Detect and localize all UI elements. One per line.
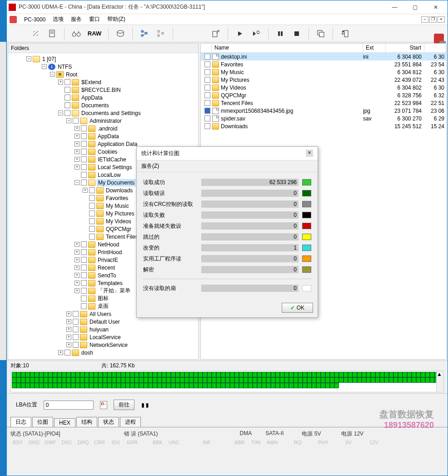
pause-icon[interactable] xyxy=(274,27,287,40)
tree-expander[interactable]: + xyxy=(75,250,80,255)
tree-checkbox[interactable] xyxy=(73,342,79,348)
tree-node[interactable]: +LocalService xyxy=(8,333,198,341)
tree-node[interactable]: −iNTFS xyxy=(8,63,198,70)
list-row[interactable]: Favorites23 551 86423 54 xyxy=(201,60,446,68)
tree-checkbox[interactable] xyxy=(73,311,79,317)
tree-checkbox[interactable] xyxy=(81,172,87,178)
dialog-close-icon[interactable]: × xyxy=(306,150,313,157)
tree-expander[interactable]: + xyxy=(66,319,71,324)
tree-checkbox[interactable] xyxy=(65,95,70,100)
row-checkbox[interactable] xyxy=(204,69,210,75)
tree-expander[interactable]: + xyxy=(75,165,80,170)
maximize-button[interactable]: ▢ xyxy=(405,1,425,14)
tree-checkbox[interactable] xyxy=(89,218,95,224)
tree-expander[interactable]: + xyxy=(75,141,80,146)
sector-map[interactable]: ▲ xyxy=(10,371,444,392)
tree-node[interactable]: Documents xyxy=(8,101,198,109)
tree-node[interactable]: AppData xyxy=(8,94,198,101)
row-checkbox[interactable] xyxy=(204,85,210,90)
tree-expander[interactable]: + xyxy=(75,149,80,154)
tab-结构[interactable]: 结构 xyxy=(76,417,97,427)
tree-label[interactable]: My Pictures xyxy=(105,210,135,217)
col-ext[interactable]: Ext xyxy=(363,44,386,52)
tree-label[interactable]: $RECYCLE.BIN xyxy=(80,87,122,93)
tree-expander[interactable]: + xyxy=(75,157,80,162)
tree-checkbox[interactable] xyxy=(89,203,95,209)
tree-node[interactable]: +Default User xyxy=(8,318,198,326)
export-icon[interactable] xyxy=(209,27,222,40)
tree-checkbox[interactable] xyxy=(81,141,87,147)
tree-node[interactable]: +huiyuan xyxy=(8,326,198,333)
tree-checkbox[interactable] xyxy=(81,164,87,170)
tree-label[interactable]: dosh xyxy=(80,350,94,356)
tree-label[interactable]: My Videos xyxy=(105,218,132,225)
document-icon[interactable] xyxy=(46,27,59,40)
tree-label[interactable]: NetworkService xyxy=(89,342,129,348)
tree-checkbox[interactable] xyxy=(89,226,95,232)
tree-label[interactable]: My Documents xyxy=(97,179,136,186)
tree-label[interactable]: Templates xyxy=(97,280,124,286)
tree-label[interactable]: LocalLow xyxy=(97,172,122,178)
tree-node[interactable]: +$Extend xyxy=(8,78,198,86)
tree-checkbox[interactable] xyxy=(73,319,79,325)
tree-node[interactable]: −Documents and Settings xyxy=(8,109,198,117)
tree-checkbox[interactable] xyxy=(73,326,79,332)
ok-button[interactable]: ✓OK xyxy=(282,303,313,313)
mdi-close[interactable]: × xyxy=(438,16,445,23)
tree-checkbox[interactable] xyxy=(81,265,87,271)
struct1-icon[interactable] xyxy=(138,27,151,40)
list-row[interactable]: mmexport1506834843456.jpgjpg23 071 78423… xyxy=(201,107,446,115)
tree-checkbox[interactable] xyxy=(65,87,70,93)
dialog-menu[interactable]: 服务(Z) xyxy=(137,160,318,172)
tree-checkbox[interactable] xyxy=(89,234,95,240)
stop-icon[interactable] xyxy=(290,27,303,40)
tree-expander[interactable]: + xyxy=(75,242,80,247)
tree-node[interactable]: +.android xyxy=(8,125,198,132)
tree-checkbox[interactable] xyxy=(65,110,70,116)
row-checkbox[interactable] xyxy=(204,54,210,60)
row-checkbox[interactable] xyxy=(204,115,210,121)
tree-expander[interactable]: + xyxy=(75,288,80,293)
col-name[interactable]: Name xyxy=(212,44,363,52)
drive-icon[interactable] xyxy=(114,27,127,40)
struct2-icon[interactable] xyxy=(154,27,167,40)
list-row[interactable]: Tencent Files22 523 98422 51 xyxy=(201,99,446,107)
tree-label[interactable]: 「开始」菜单 xyxy=(97,287,131,295)
minimize-button[interactable]: — xyxy=(384,1,405,14)
mdi-min[interactable]: – xyxy=(421,16,428,23)
close-button[interactable]: ✕ xyxy=(425,1,446,14)
raw-button[interactable]: RAW xyxy=(86,27,103,40)
list-row[interactable]: My Music6 304 8126 30 xyxy=(201,68,446,76)
tree-expander[interactable]: + xyxy=(75,134,80,139)
tree-node[interactable]: $RECYCLE.BIN xyxy=(8,86,198,94)
tree-label[interactable]: AppData xyxy=(80,95,104,101)
menu-options[interactable]: 选项 xyxy=(50,15,66,24)
col-end[interactable] xyxy=(424,44,446,52)
tree-checkbox[interactable] xyxy=(81,125,87,131)
tree-label[interactable]: Favorites xyxy=(105,195,129,201)
tree-node[interactable]: −Administrator xyxy=(8,117,198,125)
tree-label[interactable]: Recent xyxy=(97,265,116,271)
tree-checkbox[interactable] xyxy=(81,288,87,294)
tree-label[interactable]: PrivacIE xyxy=(97,257,119,263)
row-checkbox[interactable] xyxy=(204,61,210,67)
tree-label[interactable]: All Users xyxy=(89,311,112,317)
tree-label[interactable]: LocalService xyxy=(89,334,122,341)
tree-checkbox[interactable] xyxy=(81,280,87,286)
tree-label[interactable]: IETldCache xyxy=(97,156,127,163)
tree-checkbox[interactable] xyxy=(65,350,70,356)
tree-label[interactable]: huiyuan xyxy=(89,326,110,333)
tree-label[interactable]: Administrator xyxy=(89,118,123,124)
row-checkbox[interactable] xyxy=(204,92,210,98)
tree-expander[interactable]: + xyxy=(66,327,71,332)
exit-icon[interactable] xyxy=(338,27,351,40)
tree-label[interactable]: Local Settings xyxy=(97,164,133,170)
tree-expander[interactable]: − xyxy=(42,64,47,69)
tree-label[interactable]: Default User xyxy=(89,319,121,325)
tree-expander[interactable]: + xyxy=(83,188,88,193)
tree-label[interactable]: 图标 xyxy=(97,295,110,302)
tab-状态[interactable]: 状态 xyxy=(98,417,119,427)
copy-icon[interactable] xyxy=(314,27,327,40)
binoculars-icon[interactable] xyxy=(70,27,83,40)
row-checkbox[interactable] xyxy=(204,123,210,129)
